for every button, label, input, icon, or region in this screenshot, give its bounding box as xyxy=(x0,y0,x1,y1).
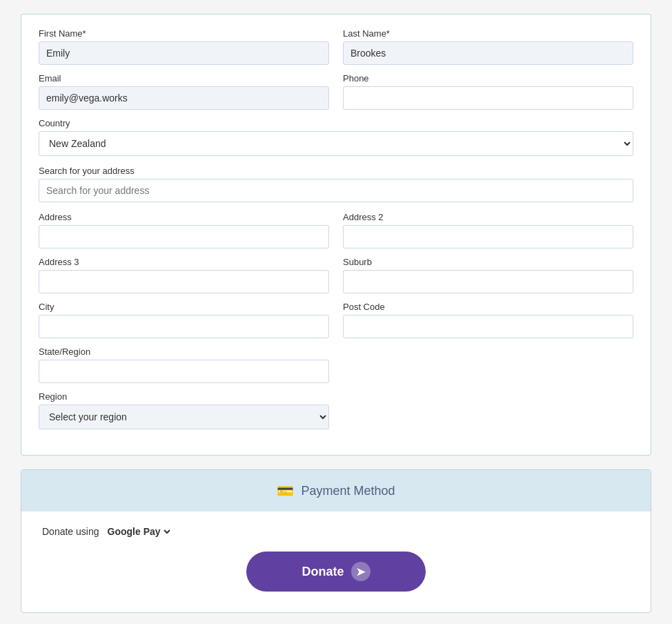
email-group: Email xyxy=(39,73,329,110)
name-row: First Name* Last Name* xyxy=(39,28,633,65)
email-phone-row: Email Phone xyxy=(39,73,633,110)
payment-body: Donate using Google Pay Credit Card PayP… xyxy=(21,511,651,612)
country-select[interactable]: New Zealand Australia United Kingdom Uni… xyxy=(39,131,633,156)
last-name-input[interactable] xyxy=(343,41,633,65)
suburb-input[interactable] xyxy=(343,270,633,293)
country-label: Country xyxy=(39,118,633,128)
suburb-group: Suburb xyxy=(343,257,633,293)
state-region-label: State/Region xyxy=(39,347,329,357)
address-search-group: Search for your address xyxy=(39,166,633,202)
address-input[interactable] xyxy=(39,225,329,248)
donate-button-container: Donate ➤ xyxy=(42,552,630,592)
address3-suburb-row: Address 3 Suburb xyxy=(39,257,633,293)
phone-input[interactable] xyxy=(343,86,633,110)
phone-label: Phone xyxy=(343,73,633,84)
region-row: Region Select your region Auckland Welli… xyxy=(39,391,633,429)
state-region-group: State/Region xyxy=(39,347,329,383)
arrow-icon: ➤ xyxy=(351,562,370,581)
payment-header: 💳 Payment Method xyxy=(21,470,651,511)
address2-group: Address 2 xyxy=(343,212,633,248)
city-group: City xyxy=(39,302,329,338)
address-row: Address Address 2 xyxy=(39,212,633,248)
email-label: Email xyxy=(39,73,329,84)
address3-group: Address 3 xyxy=(39,257,329,293)
donate-using-label: Donate using xyxy=(42,526,99,537)
first-name-input[interactable] xyxy=(39,41,329,65)
email-input[interactable] xyxy=(39,86,329,110)
page-wrapper: First Name* Last Name* Email Phone Count… xyxy=(0,0,672,624)
credit-card-icon: 💳 xyxy=(277,482,294,499)
postcode-group: Post Code xyxy=(343,302,633,338)
region-group: Region Select your region Auckland Welli… xyxy=(39,391,329,429)
first-name-label: First Name* xyxy=(39,28,329,39)
form-section: First Name* Last Name* Email Phone Count… xyxy=(21,14,651,456)
donate-using-row: Donate using Google Pay Credit Card PayP… xyxy=(42,525,630,538)
city-label: City xyxy=(39,302,329,312)
address-label: Address xyxy=(39,212,329,222)
state-row: State/Region xyxy=(39,347,633,383)
search-address-input[interactable] xyxy=(39,179,633,202)
payment-title: Payment Method xyxy=(301,484,395,498)
postcode-input[interactable] xyxy=(343,315,633,338)
address3-input[interactable] xyxy=(39,270,329,293)
region-label: Region xyxy=(39,391,329,402)
payment-method-label: Google Pay Credit Card PayPal xyxy=(105,525,172,538)
region-select[interactable]: Select your region Auckland Wellington C… xyxy=(39,404,329,429)
address-group: Address xyxy=(39,212,329,248)
address2-input[interactable] xyxy=(343,225,633,248)
country-group: Country New Zealand Australia United Kin… xyxy=(39,118,633,156)
postcode-label: Post Code xyxy=(343,302,633,312)
payment-method-select[interactable]: Google Pay Credit Card PayPal xyxy=(105,525,172,538)
state-region-input[interactable] xyxy=(39,360,329,383)
phone-group: Phone xyxy=(343,73,633,110)
donate-button-label: Donate xyxy=(302,565,344,579)
last-name-label: Last Name* xyxy=(343,28,633,39)
address3-label: Address 3 xyxy=(39,257,329,267)
city-postcode-row: City Post Code xyxy=(39,302,633,338)
suburb-label: Suburb xyxy=(343,257,633,267)
address2-label: Address 2 xyxy=(343,212,633,222)
donate-button[interactable]: Donate ➤ xyxy=(246,552,425,592)
last-name-group: Last Name* xyxy=(343,28,633,65)
search-address-label: Search for your address xyxy=(39,166,633,176)
city-input[interactable] xyxy=(39,315,329,338)
first-name-group: First Name* xyxy=(39,28,329,65)
payment-section: 💳 Payment Method Donate using Google Pay… xyxy=(21,469,651,613)
